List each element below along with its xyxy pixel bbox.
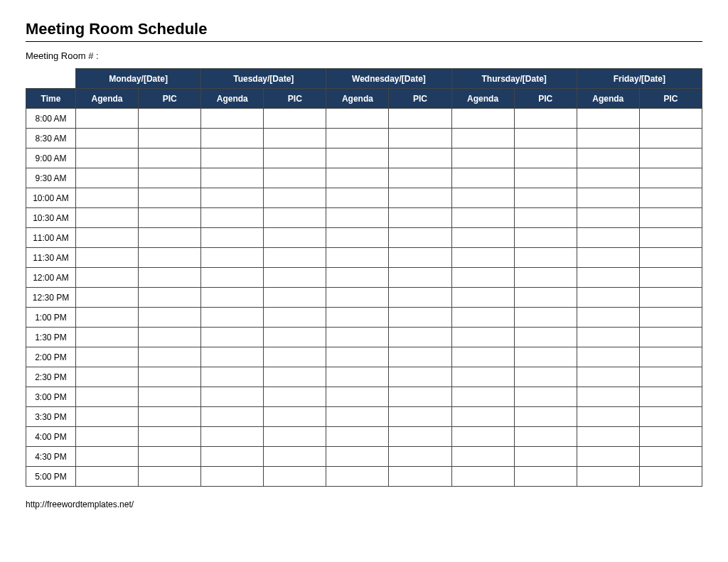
pic-cell[interactable] [139,328,201,347]
agenda-cell[interactable] [326,447,389,467]
pic-cell[interactable] [139,208,201,228]
pic-cell[interactable] [139,387,201,407]
agenda-cell[interactable] [577,328,639,347]
pic-cell[interactable] [514,188,577,208]
pic-cell[interactable] [639,208,702,228]
pic-cell[interactable] [389,288,451,308]
pic-cell[interactable] [139,188,201,208]
agenda-cell[interactable] [76,467,139,487]
pic-cell[interactable] [514,367,577,387]
agenda-cell[interactable] [451,109,514,129]
agenda-cell[interactable] [201,208,264,228]
agenda-cell[interactable] [76,447,139,467]
agenda-cell[interactable] [577,427,639,447]
pic-cell[interactable] [389,268,451,288]
pic-cell[interactable] [264,308,326,328]
pic-cell[interactable] [139,308,201,328]
agenda-cell[interactable] [326,288,389,308]
agenda-cell[interactable] [577,228,639,248]
agenda-cell[interactable] [577,407,639,427]
agenda-cell[interactable] [577,188,639,208]
agenda-cell[interactable] [76,148,139,168]
pic-cell[interactable] [639,308,702,328]
agenda-cell[interactable] [76,208,139,228]
pic-cell[interactable] [639,268,702,288]
pic-cell[interactable] [514,347,577,367]
pic-cell[interactable] [389,148,451,168]
pic-cell[interactable] [139,367,201,387]
agenda-cell[interactable] [577,168,639,188]
pic-cell[interactable] [639,248,702,268]
pic-cell[interactable] [389,387,451,407]
pic-cell[interactable] [639,347,702,367]
agenda-cell[interactable] [577,308,639,328]
pic-cell[interactable] [514,308,577,328]
pic-cell[interactable] [389,467,451,487]
pic-cell[interactable] [389,188,451,208]
pic-cell[interactable] [139,248,201,268]
agenda-cell[interactable] [577,208,639,228]
agenda-cell[interactable] [76,288,139,308]
pic-cell[interactable] [514,148,577,168]
pic-cell[interactable] [514,387,577,407]
agenda-cell[interactable] [76,188,139,208]
agenda-cell[interactable] [577,148,639,168]
agenda-cell[interactable] [577,248,639,268]
pic-cell[interactable] [514,228,577,248]
pic-cell[interactable] [264,467,326,487]
agenda-cell[interactable] [451,467,514,487]
pic-cell[interactable] [389,248,451,268]
agenda-cell[interactable] [577,367,639,387]
pic-cell[interactable] [639,109,702,129]
pic-cell[interactable] [264,407,326,427]
agenda-cell[interactable] [76,367,139,387]
pic-cell[interactable] [264,109,326,129]
pic-cell[interactable] [389,208,451,228]
pic-cell[interactable] [514,248,577,268]
agenda-cell[interactable] [76,168,139,188]
pic-cell[interactable] [264,228,326,248]
agenda-cell[interactable] [451,447,514,467]
agenda-cell[interactable] [201,228,264,248]
agenda-cell[interactable] [577,447,639,467]
agenda-cell[interactable] [201,129,264,148]
agenda-cell[interactable] [451,328,514,347]
pic-cell[interactable] [389,228,451,248]
agenda-cell[interactable] [326,228,389,248]
pic-cell[interactable] [139,347,201,367]
pic-cell[interactable] [639,168,702,188]
agenda-cell[interactable] [201,288,264,308]
pic-cell[interactable] [514,168,577,188]
agenda-cell[interactable] [76,407,139,427]
agenda-cell[interactable] [76,308,139,328]
pic-cell[interactable] [264,427,326,447]
agenda-cell[interactable] [76,427,139,447]
pic-cell[interactable] [639,148,702,168]
pic-cell[interactable] [389,168,451,188]
agenda-cell[interactable] [451,188,514,208]
agenda-cell[interactable] [326,367,389,387]
pic-cell[interactable] [514,109,577,129]
pic-cell[interactable] [389,447,451,467]
agenda-cell[interactable] [201,168,264,188]
agenda-cell[interactable] [451,288,514,308]
agenda-cell[interactable] [76,129,139,148]
pic-cell[interactable] [514,268,577,288]
agenda-cell[interactable] [201,347,264,367]
pic-cell[interactable] [264,288,326,308]
pic-cell[interactable] [264,208,326,228]
agenda-cell[interactable] [451,268,514,288]
agenda-cell[interactable] [76,387,139,407]
agenda-cell[interactable] [326,427,389,447]
agenda-cell[interactable] [577,129,639,148]
agenda-cell[interactable] [451,347,514,367]
pic-cell[interactable] [639,387,702,407]
agenda-cell[interactable] [76,248,139,268]
pic-cell[interactable] [639,367,702,387]
pic-cell[interactable] [264,387,326,407]
agenda-cell[interactable] [326,188,389,208]
agenda-cell[interactable] [326,268,389,288]
agenda-cell[interactable] [451,407,514,427]
agenda-cell[interactable] [326,208,389,228]
pic-cell[interactable] [514,129,577,148]
